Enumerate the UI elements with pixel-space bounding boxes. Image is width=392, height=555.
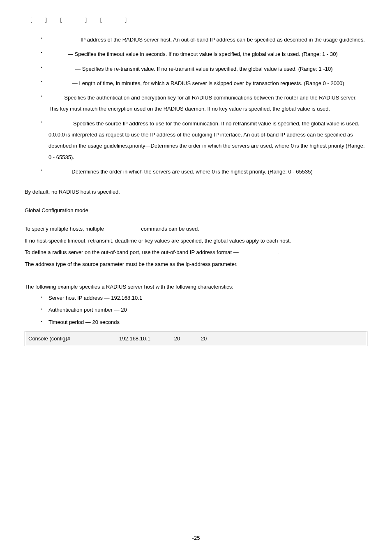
page-footer: -25 [0, 535, 392, 541]
user-guidelines: To specify multiple hosts, multiple comm… [25, 225, 367, 269]
code-cmd-3 [182, 335, 199, 342]
code-example: Console (config)# 192.168.10.1 20 20 [25, 331, 367, 346]
code-timeout: 20 [201, 335, 207, 342]
param-name [48, 80, 71, 86]
example-bullet: Timeout period — 20 seconds [41, 318, 367, 326]
bracket-close-3: ] [125, 16, 127, 23]
param-item: — IP address of the RADIUS server host. … [41, 34, 367, 45]
param-item: — Specifies the timeout value in seconds… [41, 49, 367, 60]
example-bullets: Server host IP address — 192.168.10.1 Au… [41, 294, 367, 326]
example-bullet: Server host IP address — 192.168.10.1 [41, 294, 367, 302]
bracket-open-1: [ [30, 16, 32, 23]
oob-format [240, 249, 276, 255]
command-mode: Global Configuration mode [25, 206, 367, 215]
param-name [48, 51, 66, 57]
guideline-3a: To define a radius server on the out-of-… [25, 249, 240, 255]
bracket-close-2: ] [85, 16, 87, 23]
bracket-open-2: [ [60, 16, 62, 23]
param-name [48, 66, 74, 72]
bracket-open-3: [ [100, 16, 102, 23]
syntax-line: [ ] [ ] [ ] [25, 16, 367, 23]
param-item: — Specifies the re-transmit value. If no… [41, 63, 367, 74]
code-port: 20 [174, 335, 182, 342]
param-name [48, 120, 65, 127]
param-text: — Specifies the timeout value in seconds… [68, 51, 338, 57]
guideline-4: The address type of the source parameter… [25, 260, 367, 269]
param-text: — Determines the order in which the serv… [65, 169, 313, 175]
parameter-list: — IP address of the RADIUS server host. … [41, 34, 367, 177]
code-prompt: Console (config)# [28, 335, 72, 342]
param-text: — Length of time, in minutes, for which … [72, 80, 344, 86]
default-configuration: By default, no RADIUS host is specified. [25, 188, 367, 197]
guideline-1b: commands can be used. [141, 226, 199, 232]
guideline-2: If no host-specific timeout, retransmit,… [25, 237, 367, 245]
param-name [48, 95, 56, 101]
param-text: — Specifies the re-transmit value. If no… [75, 66, 332, 72]
code-ip: 192.168.10.1 [119, 335, 152, 342]
example-intro: The following example specifies a RADIUS… [25, 283, 367, 291]
guideline-3b: . [277, 249, 279, 255]
guideline-1a: To specify multiple hosts, multiple [25, 226, 106, 232]
param-name [48, 37, 72, 43]
param-text: — IP address of the RADIUS server host. … [74, 37, 364, 43]
guideline-1-cmd [106, 226, 140, 232]
code-cmd-1 [72, 335, 118, 342]
param-text: — Specifies the source IP address to use… [48, 120, 365, 160]
bracket-close-1: ] [45, 16, 47, 23]
param-item: — Specifies the authentication and encry… [41, 92, 367, 115]
param-item: — Determines the order in which the serv… [41, 166, 367, 177]
param-item: — Length of time, in minutes, for which … [41, 78, 367, 89]
example-bullet: Authentication port number — 20 [41, 306, 367, 314]
param-text: — Specifies the authentication and encry… [48, 95, 357, 112]
code-cmd-2 [152, 335, 173, 342]
param-name [48, 169, 63, 175]
param-item: — Specifies the source IP address to use… [41, 118, 367, 163]
